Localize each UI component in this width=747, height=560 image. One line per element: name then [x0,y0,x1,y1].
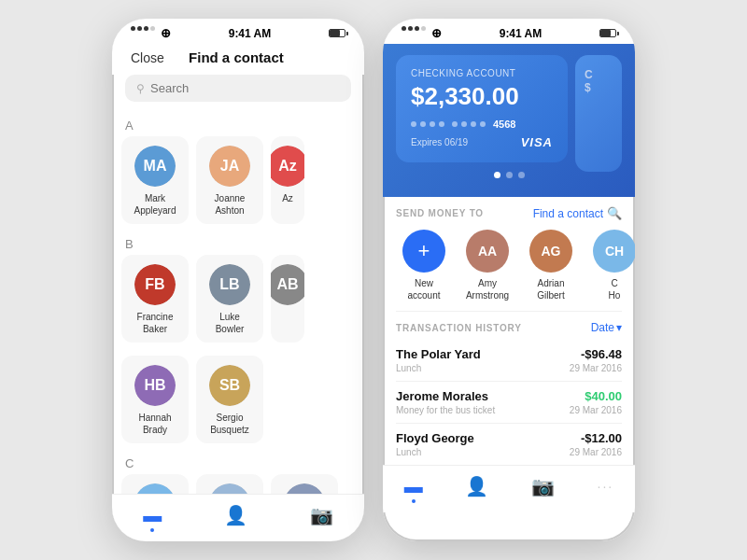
tx-sub-jerome: Money for the bus ticket 29 Mar 2016 [396,405,622,415]
signal-r-2 [408,26,413,31]
tx-row-3: Floyd George -$12.00 [396,431,622,445]
tx-sub-polar: Lunch 29 Mar 2016 [396,363,622,373]
cards-area: Checking account $2,330.00 4568 [383,44,635,197]
send-cho-name: CHo [609,277,621,301]
bank-card[interactable]: Checking account $2,330.00 4568 [396,55,568,162]
tx-header: TRANSACTION HISTORY Date ▾ [383,312,635,340]
contact-aztec-partial[interactable]: Az Az [271,136,304,224]
send-new-label: Newaccount [407,277,440,301]
tx-filter-button[interactable]: Date ▾ [591,321,622,334]
avatar-cho: CH [593,230,635,273]
contact-c1[interactable]: C1 C1 [121,474,189,494]
contact-joanne-ashton[interactable]: JA JoanneAshton [196,136,263,224]
send-adrian[interactable]: AG AdrianGilbert [523,230,579,301]
contact-ant-partial[interactable]: AB [271,255,304,343]
search-icon-send: 🔍 [607,206,622,220]
send-amy[interactable]: AA AmyArmstrong [459,230,515,301]
bottom-nav-left: ▬ 👤 📷 [112,494,364,541]
card-brand: VISA [521,135,553,149]
avatar-amy: AA [466,230,509,273]
signal-dot-2 [137,26,142,31]
card-amount: $2,330.00 [411,82,553,111]
signal-dots-right: ⊕ [402,26,442,40]
tx-jerome-morales[interactable]: Jerome Morales $40.00 Money for the bus … [396,382,622,424]
new-account-button[interactable]: + [402,230,445,273]
contact-name-francine: FrancineBaker [137,311,174,335]
search-bar[interactable]: ⚲ [125,75,351,102]
avatar-joanne: JA [209,146,250,187]
card-indicators [396,172,622,182]
camera-icon-right: 📷 [531,475,555,497]
indicator-1 [494,172,500,178]
contact-hannah-brady[interactable]: HB HannahBrady [121,356,189,443]
contact-name-aztec: Az [282,192,293,204]
send-contacts-row: + Newaccount AA AmyArmstrong AG AdrianGi… [383,226,635,311]
avatar-adrian-initials: AG [542,244,561,259]
close-button[interactable]: Close [131,50,164,65]
card-dot-1 [411,121,416,127]
status-bar-right: ⊕ 9:41 AM [383,19,635,44]
contact-c2[interactable]: C2 C2 [196,474,263,494]
tx-date-jerome: 29 Mar 2016 [570,405,622,415]
avatar-ant-placeholder: AB [271,264,304,305]
avatar-joanne-placeholder: JA [209,146,250,187]
card-dot-6 [461,121,467,127]
tx-amount-polar: -$96.48 [581,347,622,361]
phones-container: ⊕ 9:41 AM Close Find a contact ⚲ A [112,19,635,541]
tx-title: TRANSACTION HISTORY [396,323,522,333]
tx-floyd-george[interactable]: Floyd George -$12.00 Lunch 29 Mar 2016 [396,424,622,465]
contact-name-joanne: JoanneAshton [215,192,246,217]
nav-camera-right[interactable]: 📷 [531,475,555,497]
search-input[interactable] [150,81,340,95]
tx-cat-polar: Lunch [396,363,421,373]
nav-card-left[interactable]: ▬ [143,505,162,526]
send-new-account[interactable]: + Newaccount [396,230,452,301]
find-contact-link[interactable]: Find a contact 🔍 [533,206,622,220]
contact-mark-appleyard[interactable]: MA MarkAppleyard [121,136,189,224]
nav-camera-left[interactable]: 📷 [310,504,333,526]
section-label-b: B [121,230,355,255]
battery-right [599,29,616,37]
tx-name-jerome: Jerome Morales [396,389,488,403]
card-number-last4: 4568 [493,119,515,130]
contact-c3[interactable]: C3 C3 [271,474,338,494]
send-cho[interactable]: CH CHo [586,230,635,301]
card-dots-row: 4568 [411,119,553,130]
signal-r-1 [402,26,406,31]
avatar-amy-initials: AA [478,244,497,259]
contact-sergio-busquetz[interactable]: SB SergioBusquetz [196,356,263,443]
contact-luke-bowler[interactable]: LB LukeBowler [196,255,263,343]
find-contact-label: Find a contact [533,207,603,220]
card-footer: Expires 06/19 VISA [411,135,553,149]
signal-r-3 [415,26,419,31]
nav-more-right[interactable]: ··· [598,479,614,494]
contact-francine-baker[interactable]: FB FrancineBaker [121,255,189,343]
status-time-left: 9:41 AM [229,27,272,40]
tx-polar-yard[interactable]: The Polar Yard -$96.48 Lunch 29 Mar 2016 [396,340,622,382]
avatar-sergio-placeholder: SB [209,365,250,406]
contact-name-hannah: HannahBrady [138,412,171,436]
avatar-aztec-placeholder: Az [271,146,304,187]
avatar-c2-placeholder: C2 [209,483,250,494]
avatar-c3: C3 [284,483,325,494]
nav-person-left[interactable]: 👤 [224,504,247,526]
camera-icon: 📷 [310,504,333,526]
card-dot-4 [439,121,444,127]
page-title: Find a contact [189,49,284,65]
section-label-a: A [121,111,355,136]
contacts-scroll[interactable]: A MA MarkAppleyard JA JoanneAshton Az [112,111,364,494]
nav-card-right[interactable]: ▬ [404,476,423,497]
avatar-adrian: AG [529,230,572,273]
right-phone: ⊕ 9:41 AM Checking account $2,330.00 [383,19,635,541]
tx-row-2: Jerome Morales $40.00 [396,389,622,403]
section-label-c: C [121,449,355,474]
more-icon-right: ··· [598,479,614,494]
avatar-c2: C2 [209,483,250,494]
contacts-grid-b1: FB FrancineBaker LB LukeBowler AB [121,255,355,348]
tx-filter-label: Date [591,321,614,334]
avatar-francine-placeholder: FB [134,264,176,305]
signal-dots: ⊕ [131,26,171,40]
bottom-nav-right: ▬ 👤 📷 ··· [383,465,635,512]
contact-header: Close Find a contact [112,44,364,75]
nav-person-right[interactable]: 👤 [465,475,488,497]
